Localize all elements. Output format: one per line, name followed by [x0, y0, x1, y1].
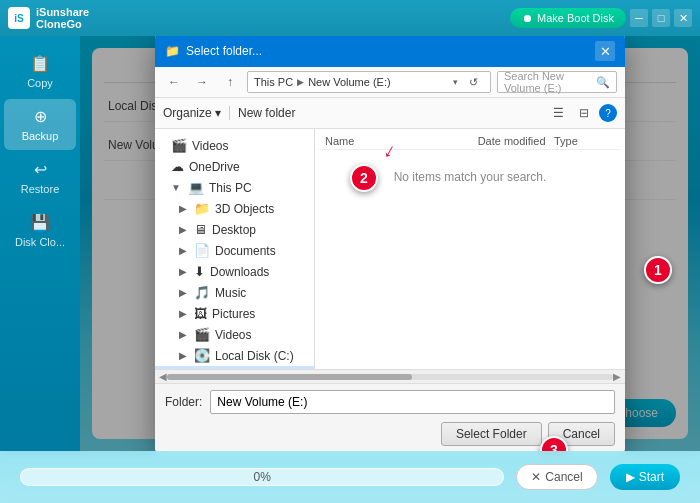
sidebar-item-disk-clone[interactable]: 💾 Disk Clo... [4, 205, 76, 256]
scroll-thumb[interactable] [167, 374, 412, 380]
onedrive-icon: ☁ [171, 159, 184, 174]
cancel-icon: ✕ [531, 470, 541, 484]
tree-item-thispc[interactable]: ▼ 💻 This PC [155, 177, 314, 198]
documents-icon: 📄 [194, 243, 210, 258]
new-folder-button[interactable]: New folder [238, 106, 295, 120]
title-bar: iS iSunshare CloneGo ⏺ Make Boot Disk ─ … [0, 0, 700, 36]
view-details-button[interactable]: ⊟ [573, 102, 595, 124]
documents-expand: ▶ [179, 245, 187, 256]
select-folder-button[interactable]: Select Folder [441, 422, 542, 446]
modal-titlebar: 📁 Select folder... ✕ [155, 36, 625, 67]
progress-text: 0% [20, 470, 504, 484]
3dobjects-expand: ▶ [179, 203, 187, 214]
progress-wrapper: 0% [20, 468, 504, 486]
search-bar[interactable]: Search New Volume (E:) 🔍 [497, 71, 617, 93]
folder-tree: 🎬 Videos ☁ OneDrive ▼ 💻 [155, 129, 315, 369]
tree-item-3dobjects[interactable]: ▶ 📁 3D Objects [155, 198, 314, 219]
restore-icon: ↩ [34, 160, 47, 179]
localdisk-expand: ▶ [179, 350, 187, 361]
start-icon: ▶ [626, 470, 635, 484]
app-logo: iS iSunshare CloneGo [8, 6, 510, 30]
tree-item-videos[interactable]: 🎬 Videos [155, 135, 314, 156]
app-window: iS iSunshare CloneGo ⏺ Make Boot Disk ─ … [0, 0, 700, 503]
pictures-expand: ▶ [179, 308, 187, 319]
files-type-col[interactable]: Type [554, 135, 615, 147]
modal-nav-toolbar: ← → ↑ This PC ▶ New Volume (E:) ▾ ↺ Sear… [155, 67, 625, 98]
annotation-1: 1 [644, 256, 672, 284]
logo-icon: iS [8, 7, 30, 29]
folder-icon: 📁 [165, 44, 180, 58]
sidebar-item-copy[interactable]: 📋 Copy [4, 46, 76, 97]
search-icon: 🔍 [596, 76, 610, 89]
start-button[interactable]: ▶ Start [610, 464, 680, 490]
path-computer: This PC [254, 76, 293, 88]
modal-files-toolbar: Organize ▾ New folder ☰ ⊟ ? [155, 98, 625, 129]
tree-item-localdisk[interactable]: ▶ 💽 Local Disk (C:) [155, 345, 314, 366]
refresh-button[interactable]: ↺ [462, 71, 484, 93]
sidebar: 📋 Copy ⊕ Backup ↩ Restore 💾 Disk Clo... [0, 36, 80, 451]
videos2-icon: 🎬 [194, 327, 210, 342]
annotation-3-arrow: ← [500, 444, 520, 451]
search-placeholder: Search New Volume (E:) [504, 70, 596, 94]
videos-icon: 🎬 [171, 138, 187, 153]
cancel-button[interactable]: ✕ Cancel [516, 464, 597, 490]
main-content: File System Local Disk (C:) NTFS New Vol… [80, 36, 700, 451]
pictures-icon: 🖼 [194, 306, 207, 321]
files-name-col[interactable]: Name [325, 135, 478, 147]
tree-item-music[interactable]: ▶ 🎵 Music [155, 282, 314, 303]
back-button[interactable]: ← [163, 71, 185, 93]
sidebar-item-backup[interactable]: ⊕ Backup [4, 99, 76, 150]
app-body: 📋 Copy ⊕ Backup ↩ Restore 💾 Disk Clo... [0, 36, 700, 451]
scroll-left-arrow[interactable]: ◀ [159, 371, 167, 382]
select-folder-dialog: 📁 Select folder... ✕ ← → ↑ This PC ▶ [155, 36, 625, 451]
minimize-button[interactable]: ─ [630, 9, 648, 27]
folder-row: Folder: [165, 390, 615, 414]
localdisk-icon: 💽 [194, 348, 210, 363]
downloads-icon: ⬇ [194, 264, 205, 279]
tree-item-videos2[interactable]: ▶ 🎬 Videos [155, 324, 314, 345]
tree-item-downloads[interactable]: ▶ ⬇ Downloads [155, 261, 314, 282]
backup-icon: ⊕ [34, 107, 47, 126]
modal-overlay: 📁 Select folder... ✕ ← → ↑ This PC ▶ [80, 36, 700, 451]
modal-body-wrapper: 🎬 Videos ☁ OneDrive ▼ 💻 [155, 129, 625, 369]
bottom-bar: 0% ✕ Cancel ▶ Start [0, 451, 700, 503]
annotation-2: 2 [350, 164, 378, 192]
files-header: Name Date modified Type [319, 133, 621, 150]
path-bar[interactable]: This PC ▶ New Volume (E:) ▾ ↺ [247, 71, 491, 93]
thispc-icon: 💻 [188, 180, 204, 195]
tree-item-documents[interactable]: ▶ 📄 Documents [155, 240, 314, 261]
scroll-track[interactable] [167, 374, 613, 380]
forward-button[interactable]: → [191, 71, 213, 93]
modal-body: 🎬 Videos ☁ OneDrive ▼ 💻 [155, 129, 625, 369]
music-icon: 🎵 [194, 285, 210, 300]
modal-close-button[interactable]: ✕ [595, 41, 615, 61]
view-list-button[interactable]: ☰ [547, 102, 569, 124]
title-bar-controls: ⏺ Make Boot Disk ─ □ ✕ [510, 8, 692, 28]
sidebar-item-restore[interactable]: ↩ Restore [4, 152, 76, 203]
path-separator-1: ▶ [297, 77, 304, 87]
help-button[interactable]: ? [599, 104, 617, 122]
tree-item-newvolume[interactable]: ▼ 💽 New Volume (E:) [155, 366, 314, 369]
folder-input[interactable] [210, 390, 615, 414]
3dobjects-icon: 📁 [194, 201, 210, 216]
files-date-col[interactable]: Date modified [478, 135, 554, 147]
tree-item-desktop[interactable]: ▶ 🖥 Desktop [155, 219, 314, 240]
close-button[interactable]: ✕ [674, 9, 692, 27]
up-button[interactable]: ↑ [219, 71, 241, 93]
desktop-expand: ▶ [179, 224, 187, 235]
app-title: iSunshare CloneGo [36, 6, 89, 30]
path-volume: New Volume (E:) [308, 76, 391, 88]
horizontal-scrollbar[interactable]: ◀ ▶ [155, 369, 625, 383]
desktop-icon: 🖥 [194, 222, 207, 237]
tree-item-onedrive[interactable]: ☁ OneDrive [155, 156, 314, 177]
organize-button[interactable]: Organize ▾ [163, 106, 221, 120]
music-expand: ▶ [179, 287, 187, 298]
path-dropdown: ▾ [453, 77, 458, 87]
maximize-button[interactable]: □ [652, 9, 670, 27]
tree-item-pictures[interactable]: ▶ 🖼 Pictures [155, 303, 314, 324]
modal-title-left: 📁 Select folder... [165, 44, 262, 58]
view-buttons: ☰ ⊟ ? [547, 102, 617, 124]
make-boot-disk-button[interactable]: ⏺ Make Boot Disk [510, 8, 626, 28]
boot-disk-icon: ⏺ [522, 12, 533, 24]
scroll-right-arrow[interactable]: ▶ [613, 371, 621, 382]
